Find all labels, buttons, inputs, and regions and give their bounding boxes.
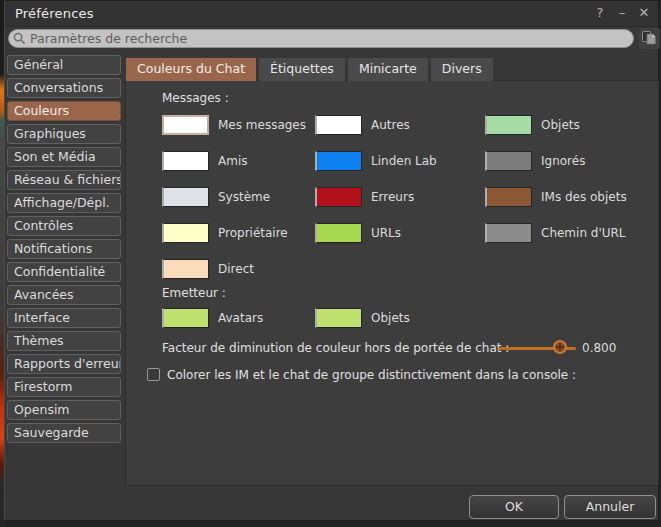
- color-swatch[interactable]: [162, 308, 209, 328]
- swatch-label: Objets: [371, 311, 410, 325]
- swatch-item: Système: [162, 187, 270, 207]
- fade-factor-slider-thumb[interactable]: [553, 340, 567, 354]
- color-swatch[interactable]: [162, 115, 209, 135]
- help-icon[interactable]: ?: [594, 5, 606, 20]
- swatch-item: Erreurs: [315, 187, 414, 207]
- titlebar[interactable]: Préférences ? – ✕: [5, 1, 658, 27]
- ok-button[interactable]: OK: [469, 495, 559, 519]
- tab-strip: Couleurs du ChatÉtiquettesMinicarteDiver…: [126, 58, 496, 81]
- swatch-label: Direct: [218, 262, 254, 276]
- fade-factor-value: 0.800: [582, 341, 616, 355]
- swatch-label: Amis: [218, 154, 247, 168]
- minimize-icon[interactable]: –: [616, 5, 628, 20]
- sidebar-item-sauvegarde[interactable]: Sauvegarde: [7, 423, 121, 443]
- swatch-label: Propriétaire: [218, 226, 288, 240]
- swatch-label: Erreurs: [371, 190, 414, 204]
- sidebar-item-firestorm[interactable]: Firestorm: [7, 377, 121, 397]
- sidebar-item-notifications[interactable]: Notifications: [7, 239, 121, 259]
- window-title: Préférences: [15, 6, 94, 21]
- sidebar-item-avancees[interactable]: Avancées: [7, 285, 121, 305]
- color-swatch[interactable]: [162, 223, 209, 243]
- swatch-item: Linden Lab: [315, 151, 437, 171]
- color-swatch[interactable]: [485, 151, 532, 171]
- search-bar[interactable]: [8, 29, 634, 48]
- color-swatch[interactable]: [485, 223, 532, 243]
- search-icon: [13, 32, 26, 45]
- tab-couleurs-du-chat[interactable]: Couleurs du Chat: [126, 58, 256, 81]
- close-icon[interactable]: ✕: [638, 5, 650, 20]
- swatch-item: Amis: [162, 151, 247, 171]
- swatch-label: Mes messages: [218, 118, 306, 132]
- sidebar-item-son-et-media[interactable]: Son et Média: [7, 147, 121, 167]
- swatch-label: Avatars: [218, 311, 263, 325]
- swatch-item: Mes messages: [162, 115, 306, 135]
- color-swatch[interactable]: [162, 187, 209, 207]
- sidebar-item-reseau-fichiers[interactable]: Réseau & fichiers: [7, 170, 121, 190]
- sidebar-item-themes[interactable]: Thèmes: [7, 331, 121, 351]
- preferences-window: Préférences ? – ✕ GénéralConversationsCo…: [4, 0, 659, 521]
- swatch-item: Chemin d'URL: [485, 223, 626, 243]
- swatch-item: Objets: [485, 115, 580, 135]
- swatch-item: IMs des objets: [485, 187, 627, 207]
- color-swatch[interactable]: [315, 151, 362, 171]
- copy-icon: [641, 30, 657, 46]
- sidebar-item-couleurs[interactable]: Couleurs: [7, 101, 121, 121]
- search-input[interactable]: [30, 31, 633, 46]
- sidebar-item-controles[interactable]: Contrôles: [7, 216, 121, 236]
- cancel-button[interactable]: Annuler: [564, 495, 656, 519]
- color-swatch[interactable]: [315, 115, 362, 135]
- sidebar-item-affichage-depl[interactable]: Affichage/Dépl.: [7, 193, 121, 213]
- swatch-item: Direct: [162, 259, 254, 279]
- tab-minicarte[interactable]: Minicarte: [348, 58, 428, 81]
- copy-settings-button[interactable]: [639, 28, 660, 49]
- swatch-label: Linden Lab: [371, 154, 437, 168]
- chat-colors-panel: Messages : Emetteur : Facteur de diminut…: [125, 80, 659, 486]
- swatch-label: Chemin d'URL: [541, 226, 626, 240]
- swatch-item: Objets: [315, 308, 410, 328]
- sidebar-item-opensim[interactable]: Opensim: [7, 400, 121, 420]
- swatch-label: Ignorés: [541, 154, 585, 168]
- swatch-item: Autres: [315, 115, 410, 135]
- swatch-item: Avatars: [162, 308, 263, 328]
- color-swatch[interactable]: [315, 308, 362, 328]
- sidebar-item-conversations[interactable]: Conversations: [7, 78, 121, 98]
- color-swatch[interactable]: [162, 259, 209, 279]
- swatch-label: URLs: [371, 226, 401, 240]
- color-swatch[interactable]: [315, 187, 362, 207]
- color-im-group-label: Colorer les IM et le chat de groupe dist…: [167, 368, 576, 382]
- sidebar-item-general[interactable]: Général: [7, 55, 121, 75]
- sidebar-item-rapports-erreurs[interactable]: Rapports d'erreurs: [7, 354, 121, 374]
- swatch-label: IMs des objets: [541, 190, 627, 204]
- sidebar-item-graphiques[interactable]: Graphiques: [7, 124, 121, 144]
- swatch-label: Système: [218, 190, 270, 204]
- swatch-item: URLs: [315, 223, 401, 243]
- swatch-label: Autres: [371, 118, 410, 132]
- messages-section-label: Messages :: [162, 91, 229, 105]
- emitter-section-label: Emetteur :: [162, 286, 226, 300]
- color-im-group-checkbox[interactable]: [147, 368, 160, 381]
- color-swatch[interactable]: [485, 187, 532, 207]
- swatch-item: Propriétaire: [162, 223, 288, 243]
- color-swatch[interactable]: [485, 115, 532, 135]
- color-swatch[interactable]: [162, 151, 209, 171]
- tab-divers[interactable]: Divers: [431, 58, 493, 81]
- sidebar-item-confidentialite[interactable]: Confidentialité: [7, 262, 121, 282]
- color-swatch[interactable]: [315, 223, 362, 243]
- fade-factor-label: Facteur de diminution de couleur hors de…: [162, 341, 509, 355]
- sidebar-item-interface[interactable]: Interface: [7, 308, 121, 328]
- tab-etiquettes[interactable]: Étiquettes: [259, 58, 345, 81]
- swatch-item: Ignorés: [485, 151, 585, 171]
- swatch-label: Objets: [541, 118, 580, 132]
